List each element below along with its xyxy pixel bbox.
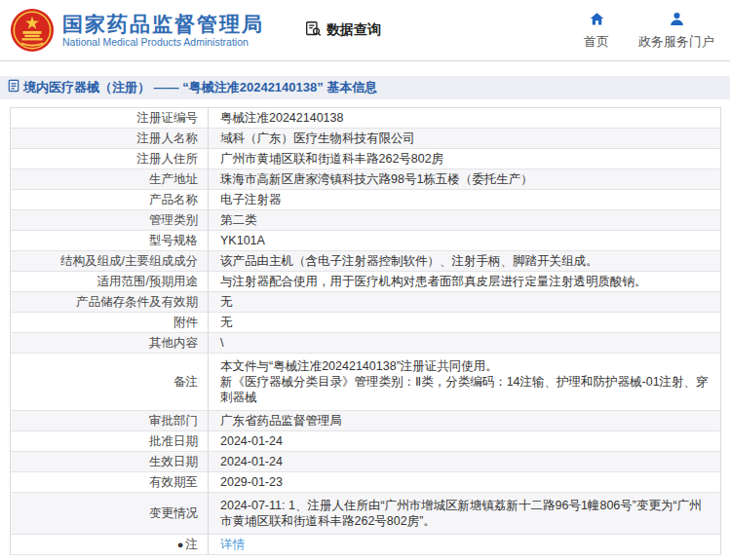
row-label: 产品储存条件及有效期 [11,292,208,312]
row-value: \ [208,333,720,353]
row-label: 变更情况 [11,493,208,534]
row-label: 注册人名称 [11,129,208,148]
table-row: 产品储存条件及有效期无 [11,292,720,313]
row-label: 有效期至 [11,472,208,492]
page-title: 境内医疗器械（注册） —— “粤械注准20242140138” 基本信息 [23,79,377,96]
table-row: 其他内容\ [11,333,720,354]
table-row: ●注详情 [11,535,720,555]
row-value: 该产品由主机（含电子注射器控制软件）、注射手柄、脚踏开关组成。 [208,251,720,271]
table-row: 审批部门广东省药品监督管理局 [11,411,720,431]
top-nav: 首页 政务服务门户 [584,11,714,51]
spacer [0,61,730,76]
site-header: 国家药品监督管理局 National Medical Products Admi… [0,0,730,61]
row-label: 结构及组成/主要组成成分 [11,251,208,271]
table-row: 产品名称电子注射器 [11,190,720,210]
note-icon: ● [177,537,184,552]
agency-name-en: National Medical Products Administration [62,36,264,49]
home-icon [589,11,605,30]
row-value: 电子注射器 [208,190,720,209]
nav-home-label: 首页 [584,33,609,51]
row-value: 本文件与“粤械注准20242140138”注册证共同使用。 新《医疗器械分类目录… [208,354,720,410]
agency-name-cn: 国家药品监督管理局 [62,13,264,36]
table-row: 注册人住所广州市黄埔区联和街道科丰路262号802房 [11,149,720,169]
row-label: ●注 [11,535,208,554]
row-value: 无 [208,313,720,332]
brand: 国家药品监督管理局 National Medical Products Admi… [10,8,264,53]
row-label: 注册证编号 [11,108,208,128]
row-label: 附件 [11,313,208,332]
row-label: 备注 [11,354,208,410]
nav-home[interactable]: 首页 [584,11,609,51]
table-row: 批准日期2024-01-24 [11,431,720,452]
table-row: 变更情况2024-07-11: 1、注册人住所由“广州市增城区新塘镇荔新十二路9… [11,493,720,535]
row-label: 型号规格 [11,231,208,250]
data-query-label: 数据查询 [327,21,381,39]
row-value: 第二类 [208,210,720,230]
row-value: 与注射器配合使用，用于医疗机构对患者面部真皮层进行定量注射透明质酸钠。 [208,272,720,291]
document-icon [8,79,23,96]
page-title-bar: 境内医疗器械（注册） —— “粤械注准20242140138” 基本信息 [0,76,730,99]
row-value: 详情 [208,535,720,554]
row-label: 审批部门 [11,411,208,430]
row-label: 生效日期 [11,452,208,471]
row-value: 无 [208,292,720,312]
table-row: 生产地址珠海市高新区唐家湾镇科技六路98号1栋五楼（委托生产） [11,169,720,190]
row-label: 其他内容 [11,333,208,353]
doc-search-icon [305,20,327,40]
nav-gov-portal[interactable]: 政务服务门户 [638,11,714,51]
table-row: 适用范围/预期用途与注射器配合使用，用于医疗机构对患者面部真皮层进行定量注射透明… [11,272,720,292]
brand-text: 国家药品监督管理局 National Medical Products Admi… [62,13,264,49]
table-row: 注册人名称域科（广东）医疗生物科技有限公司 [11,129,720,149]
user-icon [669,11,685,30]
row-value: YK101A [208,231,720,250]
row-value: 广东省药品监督管理局 [208,411,720,430]
table-row: 附件无 [11,313,720,333]
table-row: 备注本文件与“粤械注准20242140138”注册证共同使用。 新《医疗器械分类… [11,354,720,411]
row-label: 生产地址 [11,169,208,189]
row-value: 2029-01-23 [208,472,720,492]
row-value: 粤械注准20242140138 [208,108,720,128]
row-label: 适用范围/预期用途 [11,272,208,291]
row-value: 域科（广东）医疗生物科技有限公司 [208,129,720,148]
row-value: 2024-07-11: 1、注册人住所由“广州市增城区新塘镇荔新十二路96号1幢… [208,493,720,534]
table-row: 生效日期2024-01-24 [11,452,720,472]
data-query-link[interactable]: 数据查询 [305,20,381,40]
row-label: 注册人住所 [11,149,208,168]
table-row: 有效期至2029-01-23 [11,472,720,493]
row-label: 产品名称 [11,190,208,209]
info-table: 注册证编号粤械注准20242140138注册人名称域科（广东）医疗生物科技有限公… [10,107,721,555]
details-link[interactable]: 详情 [220,537,245,552]
row-value: 珠海市高新区唐家湾镇科技六路98号1栋五楼（委托生产） [208,169,720,189]
table-row: 管理类别第二类 [11,210,720,231]
nav-portal-label: 政务服务门户 [638,33,714,51]
row-value: 2024-01-24 [208,431,720,451]
table-row: 注册证编号粤械注准20242140138 [11,108,720,129]
row-value: 2024-01-24 [208,452,720,471]
nmpa-emblem-icon [10,8,55,53]
row-label: 批准日期 [11,431,208,451]
row-value: 广州市黄埔区联和街道科丰路262号802房 [208,149,720,168]
row-label: 管理类别 [11,210,208,230]
table-row: 结构及组成/主要组成成分该产品由主机（含电子注射器控制软件）、注射手柄、脚踏开关… [11,251,720,272]
table-row: 型号规格YK101A [11,231,720,251]
